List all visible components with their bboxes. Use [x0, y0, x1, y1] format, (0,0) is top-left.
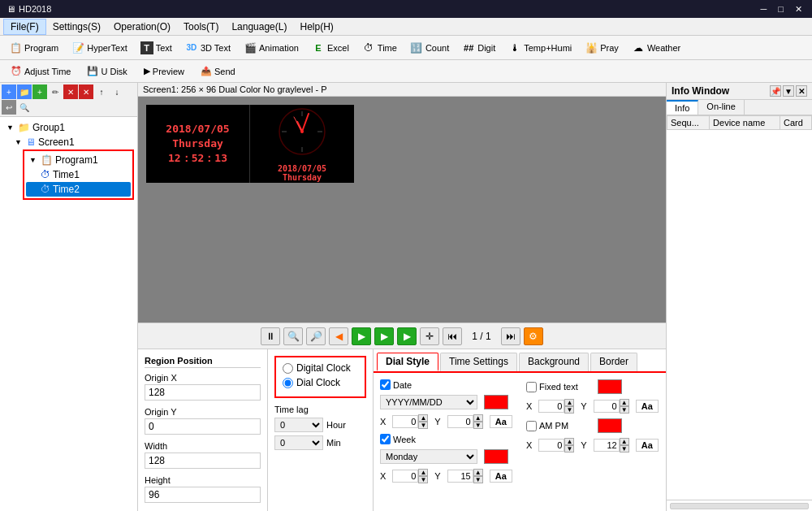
toolbar-digit[interactable]: ## Digit [456, 39, 501, 57]
tab-time-settings[interactable]: Time Settings [440, 353, 517, 371]
date-font-button[interactable]: Aa [490, 415, 512, 428]
info-collapse-button[interactable]: ▼ [783, 85, 794, 97]
next-button[interactable]: ⏭ [501, 327, 520, 345]
toolbar-udisk[interactable]: 💾 U Disk [80, 63, 134, 79]
settings-button[interactable]: ⚙ [524, 327, 543, 345]
date-format-select[interactable]: YYYY/MM/DD MM/DD/YYYY DD/MM/YYYY [380, 395, 477, 409]
toolbar-time[interactable]: ⏱ Time [356, 39, 403, 57]
tree-toolbar-btn9[interactable]: ↩ [2, 100, 16, 115]
date-x-input[interactable] [392, 415, 418, 428]
toolbar-excel[interactable]: E Excel [306, 39, 355, 57]
origin-x-input[interactable] [145, 384, 261, 401]
tree-time1[interactable]: ⏱ Time1 [26, 167, 131, 182]
toolbar-animation[interactable]: 🎬 Animation [238, 39, 304, 57]
date-y-down[interactable]: ▼ [473, 422, 483, 429]
menu-operation[interactable]: Operation(O) [107, 19, 177, 34]
digital-clock-radio[interactable] [283, 363, 293, 374]
fixed-text-checkbox[interactable] [526, 382, 537, 392]
toolbar-program[interactable]: 📋 Program [3, 39, 64, 57]
tree-group1[interactable]: ▼ 📁 Group1 [3, 120, 134, 135]
toolbar-3dtext[interactable]: 3D 3D Text [179, 39, 236, 57]
tree-toolbar-btn5[interactable]: ✕ [63, 84, 78, 99]
info-tab-info[interactable]: Info [667, 100, 698, 115]
week-y-input[interactable] [447, 470, 473, 483]
ampm-x-up[interactable]: ▲ [564, 438, 574, 445]
tab-dial-style[interactable]: Dial Style [377, 353, 438, 371]
info-scroll-track[interactable] [670, 503, 809, 509]
toolbar-weather[interactable]: ☁ Weather [626, 39, 686, 57]
dial-clock-radio[interactable] [283, 378, 293, 388]
tree-toolbar-btn8[interactable]: ↓ [110, 84, 124, 99]
pause-button[interactable]: ⏸ [261, 327, 280, 345]
prev-button[interactable]: ◀ [329, 327, 348, 345]
menu-settings[interactable]: Settings(S) [46, 19, 107, 34]
info-scrollbar[interactable] [667, 500, 812, 511]
menu-help[interactable]: Help(H) [293, 19, 339, 34]
play-button3[interactable]: ▶ [397, 327, 417, 345]
height-input[interactable] [145, 487, 261, 503]
date-color-picker[interactable] [484, 395, 508, 409]
zoom-out-button[interactable]: 🔍 [283, 327, 303, 345]
tree-screen1[interactable]: ▼ 🖥 Screen1 [3, 135, 134, 149]
week-format-select[interactable]: Monday Mon 1 [380, 449, 477, 464]
ampm-font-button[interactable]: Aa [636, 439, 659, 452]
fixed-text-color-picker[interactable] [598, 379, 622, 394]
fixed-x-input[interactable] [538, 400, 564, 413]
week-y-up[interactable]: ▲ [473, 469, 483, 476]
date-x-down[interactable]: ▼ [418, 422, 428, 429]
minimize-button[interactable]: ─ [758, 4, 771, 15]
toolbar-pray[interactable]: 🕌 Pray [579, 39, 624, 57]
info-pin-button[interactable]: 📌 [770, 85, 781, 97]
tree-time2[interactable]: ⏱ Time2 [26, 182, 131, 197]
dial-clock-option[interactable]: Dial Clock [283, 377, 358, 388]
tree-toolbar-btn10[interactable]: 🔍 [17, 100, 32, 115]
tab-border[interactable]: Border [590, 353, 637, 371]
origin-y-input[interactable] [145, 418, 261, 435]
week-x-down[interactable]: ▼ [418, 476, 428, 483]
tree-toolbar-btn3[interactable]: + [32, 84, 47, 99]
digital-clock-option[interactable]: Digital Clock [283, 362, 358, 374]
toolbar-adjusttime[interactable]: ⏰ Adjust Time [3, 63, 78, 79]
close-button[interactable]: ✕ [792, 4, 806, 15]
menu-file[interactable]: File(F) [3, 19, 46, 35]
ampm-x-down[interactable]: ▼ [564, 445, 574, 453]
fixed-font-button[interactable]: Aa [636, 400, 659, 413]
toolbar-text[interactable]: T Text [135, 39, 178, 57]
tree-toolbar-btn7[interactable]: ↑ [94, 84, 109, 99]
tree-toolbar-btn6[interactable]: ✕ [79, 84, 93, 99]
ampm-x-input[interactable] [538, 439, 564, 452]
ampm-color-picker[interactable] [598, 418, 622, 433]
toolbar-count[interactable]: 🔢 Count [404, 39, 455, 57]
toolbar-hypertext[interactable]: 📝 HyperText [66, 39, 133, 57]
tab-background[interactable]: Background [519, 353, 589, 371]
week-color-picker[interactable] [484, 449, 508, 464]
zoom-in-button[interactable]: 🔎 [306, 327, 326, 345]
date-y-input[interactable] [447, 415, 473, 428]
fixed-x-up[interactable]: ▲ [564, 399, 574, 406]
menu-language[interactable]: Language(L) [225, 19, 293, 34]
width-input[interactable] [145, 453, 261, 469]
week-y-down[interactable]: ▼ [473, 476, 483, 483]
ampm-checkbox[interactable] [526, 421, 537, 431]
date-checkbox[interactable] [380, 379, 391, 390]
tree-toolbar-btn2[interactable]: 📁 [17, 84, 32, 99]
date-y-up[interactable]: ▲ [473, 414, 483, 422]
fixed-x-down[interactable]: ▼ [564, 406, 574, 414]
move-button[interactable]: ✛ [420, 327, 439, 345]
ampm-y-input[interactable] [594, 439, 620, 452]
toolbar-preview[interactable]: ▶ Preview [136, 63, 192, 79]
date-x-up[interactable]: ▲ [418, 414, 428, 422]
menu-tools[interactable]: Tools(T) [177, 19, 225, 34]
tree-program1[interactable]: ▼ 📋 Program1 [26, 153, 131, 167]
play-button2[interactable]: ▶ [374, 327, 394, 345]
week-x-up[interactable]: ▲ [418, 469, 428, 476]
toolbar-send[interactable]: 📤 Send [193, 63, 243, 79]
info-close-button[interactable]: ✕ [796, 85, 807, 97]
min-select[interactable]: 0 15 30 [274, 435, 323, 450]
first-button[interactable]: ⏮ [443, 327, 462, 345]
maximize-button[interactable]: □ [775, 4, 787, 15]
fixed-y-down[interactable]: ▼ [620, 406, 629, 414]
week-checkbox[interactable] [380, 434, 391, 444]
tree-toolbar-btn4[interactable]: ✏ [48, 84, 63, 99]
fixed-y-input[interactable] [594, 400, 620, 413]
